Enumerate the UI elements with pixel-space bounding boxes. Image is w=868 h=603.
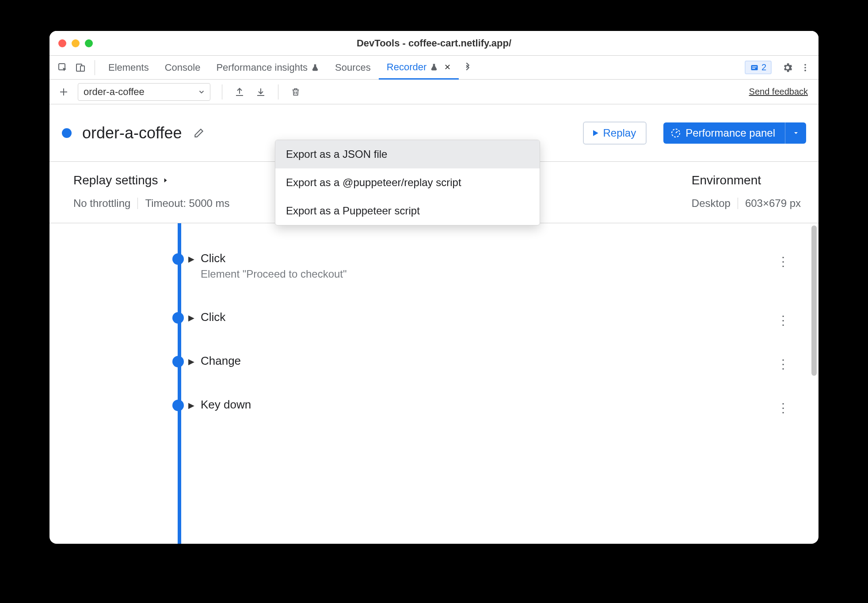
inspect-element-icon[interactable] bbox=[54, 59, 72, 76]
minimize-window-button[interactable] bbox=[72, 39, 80, 47]
tab-label: Performance insights bbox=[216, 62, 308, 73]
settings-gear-icon[interactable] bbox=[779, 59, 796, 76]
step-node-icon bbox=[172, 312, 184, 324]
performance-panel-button-group: Performance panel bbox=[663, 122, 806, 144]
replay-settings-label: Replay settings bbox=[73, 173, 158, 187]
step-node-icon bbox=[172, 400, 184, 411]
recorder-toolbar: order-a-coffee Send feedback bbox=[49, 80, 819, 104]
send-feedback-link[interactable]: Send feedback bbox=[749, 87, 808, 97]
chevron-right-icon bbox=[162, 177, 168, 183]
flask-icon bbox=[430, 63, 438, 71]
step-item[interactable]: ▶ Click ⋮ bbox=[73, 295, 801, 339]
tab-label: Console bbox=[165, 62, 201, 73]
issues-badge[interactable]: 2 bbox=[745, 61, 772, 74]
issues-count: 2 bbox=[761, 62, 766, 73]
svg-point-8 bbox=[804, 69, 806, 71]
step-label: Change bbox=[201, 354, 241, 368]
tab-performance-insights[interactable]: Performance insights bbox=[208, 56, 327, 80]
replay-button[interactable]: Replay bbox=[583, 122, 647, 145]
throttling-value: No throttling bbox=[73, 197, 130, 210]
divider bbox=[137, 198, 138, 209]
step-item[interactable]: ▶ Click Element "Proceed to checkout" ⋮ bbox=[73, 237, 801, 295]
tab-console[interactable]: Console bbox=[157, 56, 209, 80]
svg-rect-4 bbox=[752, 66, 757, 67]
more-tabs-icon[interactable] bbox=[459, 59, 476, 76]
flask-icon bbox=[311, 64, 319, 72]
recording-selector-value: order-a-coffee bbox=[84, 86, 145, 98]
main-tabs: Elements Console Performance insights So… bbox=[49, 56, 819, 80]
close-window-button[interactable] bbox=[58, 39, 66, 47]
performance-panel-label: Performance panel bbox=[685, 127, 775, 139]
device-value: Desktop bbox=[692, 197, 731, 210]
svg-rect-3 bbox=[751, 65, 758, 70]
scrollbar[interactable] bbox=[811, 225, 817, 376]
record-indicator-icon bbox=[62, 128, 72, 138]
traffic-lights bbox=[58, 39, 93, 47]
tab-elements[interactable]: Elements bbox=[100, 56, 157, 80]
viewport-value: 603×679 px bbox=[745, 197, 801, 210]
step-label: Click bbox=[201, 310, 225, 324]
device-toolbar-icon[interactable] bbox=[72, 59, 89, 76]
maximize-window-button[interactable] bbox=[85, 39, 93, 47]
window-title: DevTools - coffee-cart.netlify.app/ bbox=[49, 38, 819, 49]
step-sublabel: Element "Proceed to checkout" bbox=[201, 268, 347, 280]
divider bbox=[95, 60, 95, 75]
chevron-down-icon bbox=[198, 88, 206, 96]
divider bbox=[278, 84, 278, 99]
step-label: Key down bbox=[201, 398, 251, 412]
recording-selector[interactable]: order-a-coffee bbox=[78, 83, 210, 101]
export-puppeteer-replay-item[interactable]: Export as a @puppeteer/replay script bbox=[275, 168, 540, 197]
tab-label: Elements bbox=[108, 62, 149, 73]
kebab-menu-icon[interactable] bbox=[796, 59, 814, 76]
issue-icon bbox=[750, 63, 759, 72]
step-more-icon[interactable]: ⋮ bbox=[777, 254, 789, 269]
environment-label: Environment bbox=[692, 173, 761, 187]
export-button[interactable] bbox=[230, 83, 249, 101]
tab-recorder[interactable]: Recorder ✕ bbox=[379, 56, 459, 80]
tab-sources[interactable]: Sources bbox=[327, 56, 379, 80]
export-json-item[interactable]: Export as a JSON file bbox=[275, 140, 540, 168]
step-more-icon[interactable]: ⋮ bbox=[777, 313, 789, 328]
step-item[interactable]: ▶ Key down ⋮ bbox=[73, 383, 801, 427]
export-puppeteer-item[interactable]: Export as a Puppeteer script bbox=[275, 197, 540, 225]
step-more-icon[interactable]: ⋮ bbox=[777, 401, 789, 415]
devtools-window: DevTools - coffee-cart.netlify.app/ Elem… bbox=[49, 31, 819, 544]
expand-caret-icon[interactable]: ▶ bbox=[188, 401, 194, 410]
recording-title: order-a-coffee bbox=[82, 124, 182, 142]
svg-point-7 bbox=[804, 67, 806, 69]
performance-panel-button[interactable]: Performance panel bbox=[663, 122, 785, 144]
svg-rect-5 bbox=[752, 68, 755, 69]
new-recording-button[interactable] bbox=[56, 84, 72, 100]
divider bbox=[222, 84, 222, 99]
delete-button[interactable] bbox=[286, 83, 305, 101]
titlebar: DevTools - coffee-cart.netlify.app/ bbox=[49, 31, 819, 56]
svg-rect-2 bbox=[80, 66, 84, 71]
steps-list: ▶ Click Element "Proceed to checkout" ⋮ … bbox=[49, 223, 819, 544]
environment-heading: Environment bbox=[692, 173, 801, 187]
step-node-icon bbox=[172, 356, 184, 367]
timeout-value: Timeout: 5000 ms bbox=[145, 197, 229, 210]
replay-label: Replay bbox=[603, 127, 636, 139]
tab-label: Sources bbox=[335, 62, 371, 73]
expand-caret-icon[interactable]: ▶ bbox=[188, 313, 194, 323]
play-icon bbox=[591, 129, 600, 137]
close-tab-icon[interactable]: ✕ bbox=[444, 62, 451, 72]
export-menu: Export as a JSON file Export as a @puppe… bbox=[275, 140, 540, 225]
step-label: Click bbox=[201, 252, 347, 265]
divider bbox=[738, 198, 738, 209]
step-node-icon bbox=[172, 253, 184, 265]
step-item[interactable]: ▶ Change ⋮ bbox=[73, 339, 801, 383]
performance-panel-dropdown[interactable] bbox=[785, 122, 806, 144]
expand-caret-icon[interactable]: ▶ bbox=[188, 357, 194, 366]
import-button[interactable] bbox=[251, 83, 270, 101]
step-more-icon[interactable]: ⋮ bbox=[777, 357, 789, 371]
tab-label: Recorder bbox=[387, 61, 426, 73]
edit-title-button[interactable] bbox=[192, 126, 206, 140]
svg-point-6 bbox=[804, 64, 806, 65]
expand-caret-icon[interactable]: ▶ bbox=[188, 254, 194, 264]
gauge-icon bbox=[670, 128, 681, 138]
